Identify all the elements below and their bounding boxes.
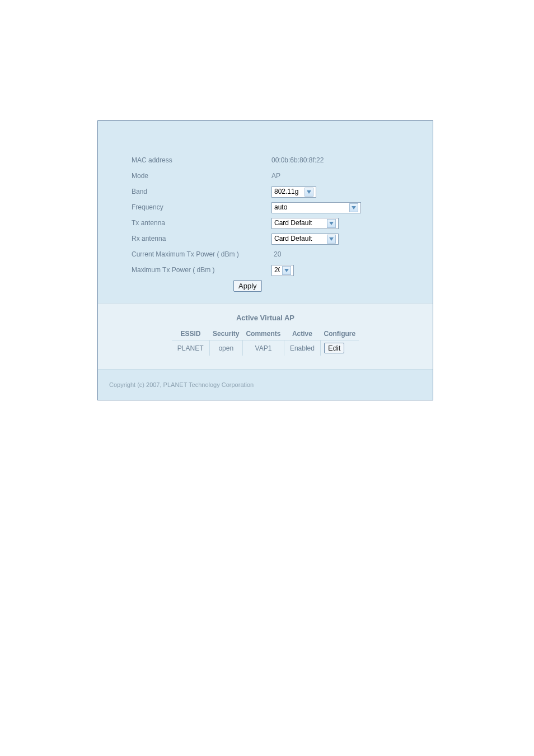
rx-antenna-select[interactable]: Card Default [271,234,339,245]
band-label: Band [132,186,271,198]
tx-antenna-label: Tx antenna [132,217,271,229]
frequency-label: Frequency [132,202,271,213]
cell-security: open [209,340,242,356]
frequency-select-value: auto [274,202,347,213]
settings-panel: MAC address 00:0b:6b:80:8f:22 Mode AP Ba… [97,120,433,400]
current-max-tx-power-value: 20 [274,249,281,260]
current-max-tx-power-label: Current Maximum Tx Power ( dBm ) [132,249,274,260]
cell-active: Enabled [284,340,320,356]
rx-antenna-label: Rx antenna [132,233,271,245]
max-tx-power-select[interactable]: 20 [271,265,294,276]
cell-comments: VAP1 [242,340,284,356]
mac-address-value: 00:0b:6b:80:8f:22 [271,155,324,166]
frequency-select[interactable]: auto [271,202,361,213]
header-essid: ESSID [172,328,209,340]
mode-value: AP [271,170,280,182]
mode-label: Mode [132,170,271,182]
mac-address-label: MAC address [132,155,271,166]
tx-antenna-select[interactable]: Card Default [271,218,339,229]
chevron-down-icon [327,235,336,244]
apply-button[interactable]: Apply [233,280,262,292]
edit-button[interactable]: Edit [324,343,344,353]
header-security: Security [209,328,242,340]
virtual-ap-table: ESSID Security Comments Active Configure… [172,328,359,356]
footer: Copyright (c) 2007, PLANET Technology Co… [98,369,433,400]
section-title: Active Virtual AP [98,314,433,322]
max-tx-power-select-value: 20 [274,264,280,276]
chevron-down-icon [305,188,313,197]
cell-essid: PLANET [172,340,209,356]
active-virtual-ap-section: Active Virtual AP ESSID Security Comment… [98,303,433,369]
table-row: PLANET open VAP1 Enabled Edit [172,340,359,356]
header-comments: Comments [242,328,284,340]
chevron-down-icon [282,266,291,275]
wireless-form: MAC address 00:0b:6b:80:8f:22 Mode AP Ba… [98,121,433,303]
tx-antenna-select-value: Card Default [274,217,325,229]
band-select[interactable]: 802.11g [271,186,316,198]
max-tx-power-label: Maximum Tx Power ( dBm ) [132,264,271,276]
rx-antenna-select-value: Card Default [274,233,325,245]
chevron-down-icon [349,203,358,212]
header-active: Active [284,328,320,340]
copyright-text: Copyright (c) 2007, PLANET Technology Co… [98,381,254,388]
table-header-row: ESSID Security Comments Active Configure [172,328,359,340]
chevron-down-icon [327,219,336,228]
band-select-value: 802.11g [274,186,302,198]
header-configure: Configure [320,328,359,340]
